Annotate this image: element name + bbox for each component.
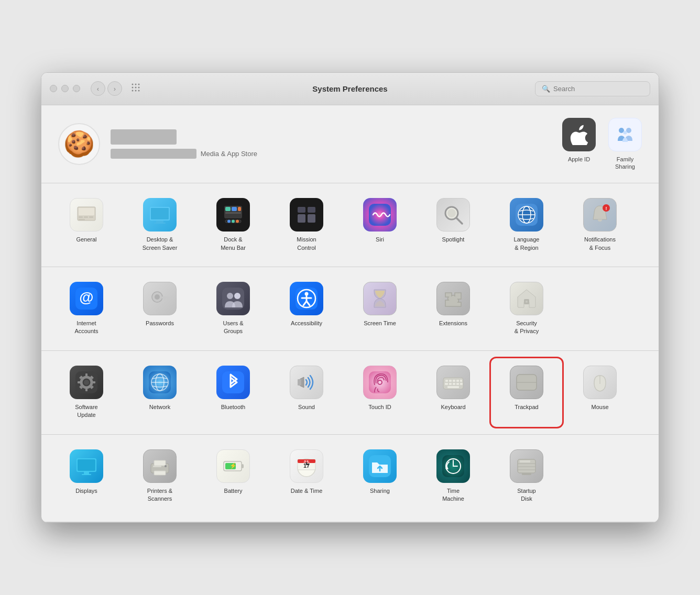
svg-point-64 [84,380,89,385]
close-button[interactable] [50,85,57,92]
system-preferences-window: ‹ › System Preferences 🔍 🍪 [41,72,659,523]
svg-rect-35 [298,214,305,223]
pref-security[interactable]: Security& Privacy [490,273,563,344]
forward-button[interactable]: › [107,81,122,96]
pref-sound[interactable]: Sound [270,357,343,428]
family-sharing-button[interactable]: Family Sharing [608,118,642,171]
pref-general[interactable]: General [50,190,123,260]
network-icon [143,366,177,399]
pref-printers[interactable]: Printers &Scanners [123,441,196,512]
users-icon [216,282,250,315]
svg-rect-78 [298,379,301,385]
svg-point-56 [234,293,240,299]
user-avatar[interactable]: 🍪 [58,123,100,165]
svg-rect-82 [445,380,448,382]
users-label: Users &Groups [223,319,243,336]
svg-rect-17 [79,219,85,221]
titlebar: ‹ › System Preferences 🔍 [41,73,659,105]
pref-accessibility[interactable]: Accessibility [270,273,343,344]
startup-label: StartupDisk [517,487,535,503]
svg-point-7 [135,90,137,91]
pref-desktop[interactable]: Desktop &Screen Saver [123,190,196,260]
svg-rect-98 [84,472,89,474]
pref-dock[interactable]: Dock &Menu Bar [196,190,270,260]
svg-text:@: @ [79,289,93,305]
svg-point-2 [138,83,140,85]
general-icon [70,198,103,232]
svg-rect-83 [449,380,452,382]
trackpad-icon [510,366,543,399]
pref-timemachine[interactable]: TimeMachine [417,441,490,512]
search-bar[interactable]: 🔍 [535,81,650,96]
pref-keyboard[interactable]: Keyboard [417,357,490,428]
svg-rect-90 [456,383,459,385]
pref-spotlight[interactable]: Spotlight [417,190,490,260]
touchid-label: Touch ID [368,403,391,411]
pref-startup[interactable]: StartupDisk [490,441,563,512]
pref-extensions[interactable]: Extensions [417,273,490,344]
section-row-3: SoftwareUpdate [41,351,659,435]
svg-point-1 [135,83,137,85]
pref-internet[interactable]: @ InternetAccounts [50,273,123,344]
pref-sharing[interactable]: Sharing [343,441,417,512]
svg-point-5 [138,86,140,88]
notifications-label: Notifications& Focus [584,236,616,252]
pref-bluetooth[interactable]: Bluetooth [196,357,270,428]
svg-rect-88 [449,383,452,385]
pref-notifications[interactable]: ! Notifications& Focus [563,190,637,260]
pref-mouse[interactable]: Mouse [563,357,637,428]
spotlight-icon [436,198,470,232]
svg-point-29 [227,220,231,223]
notifications-icon: ! [583,198,617,232]
grid-view-button[interactable] [130,82,141,95]
pref-users[interactable]: Users &Groups [196,273,270,344]
pref-passwords[interactable]: Passwords [123,273,196,344]
mission-label: MissionControl [297,236,316,252]
datetime-label: Date & Time [291,487,323,495]
pref-siri[interactable]: Siri [343,190,417,260]
sound-label: Sound [298,403,315,411]
security-icon [510,282,543,315]
pref-battery[interactable]: ⚡ Battery [196,441,270,512]
svg-rect-36 [308,214,315,223]
pref-screentime[interactable]: Screen Time [343,273,417,344]
pref-language[interactable]: Language& Region [490,190,563,260]
pref-network[interactable]: Network [123,357,196,428]
svg-rect-102 [154,471,166,475]
pref-mission[interactable]: MissionControl [270,190,343,260]
svg-rect-16 [89,216,93,218]
pref-datetime[interactable]: JUL 17 Date & Time [270,441,343,512]
svg-rect-68 [92,381,95,383]
pref-software[interactable]: SoftwareUpdate [50,357,123,428]
svg-rect-53 [163,299,166,301]
siri-label: Siri [376,236,384,244]
accessibility-label: Accessibility [291,319,322,327]
search-input[interactable] [553,85,643,93]
nav-buttons: ‹ › [91,81,122,96]
passwords-icon [143,282,177,315]
timemachine-label: TimeMachine [442,487,464,503]
sharing-label: Sharing [370,487,390,495]
svg-point-9 [619,128,624,133]
bluetooth-icon [216,366,250,399]
svg-point-61 [526,301,528,303]
svg-rect-19 [151,208,169,219]
passwords-label: Passwords [146,319,174,327]
profile-email [111,149,196,159]
svg-rect-97 [78,459,95,471]
screentime-label: Screen Time [364,319,396,327]
back-button[interactable]: ‹ [91,81,105,96]
pref-trackpad[interactable]: Trackpad [490,357,563,428]
pref-displays[interactable]: Displays [50,441,123,512]
svg-point-3 [132,86,134,88]
apple-id-button[interactable]: Apple ID [562,118,596,171]
maximize-button[interactable] [73,85,80,92]
mouse-icon [583,366,617,399]
startup-icon [510,449,543,483]
bluetooth-label: Bluetooth [221,403,245,411]
displays-label: Displays [75,487,97,495]
minimize-button[interactable] [61,85,69,92]
svg-point-10 [626,128,631,133]
pref-touchid[interactable]: Touch ID [343,357,417,428]
svg-rect-21 [154,223,166,224]
